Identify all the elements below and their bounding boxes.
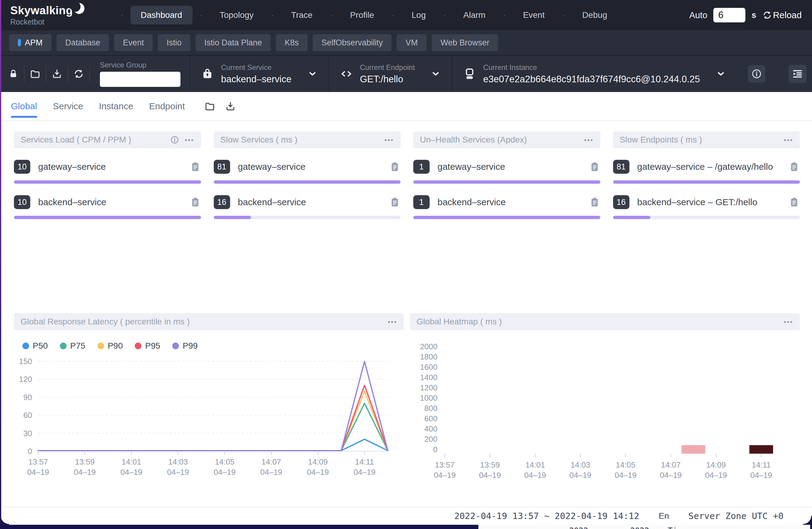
legend-item-p90[interactable]: P90 xyxy=(98,341,123,351)
copy-button[interactable] xyxy=(788,161,800,173)
svg-text:04–19: 04–19 xyxy=(27,468,49,476)
category-tab-event[interactable]: Event xyxy=(114,34,153,51)
nav-item-profile[interactable]: Profile xyxy=(340,6,384,25)
nav-item-dashboard[interactable]: Dashboard xyxy=(130,6,192,25)
list-item[interactable]: 81 gateway–service – /gateway/hello xyxy=(613,160,800,184)
lock-icon xyxy=(8,69,18,79)
progress-bar xyxy=(413,216,600,219)
legend-item-p75[interactable]: P75 xyxy=(60,341,85,351)
tab-service[interactable]: Service xyxy=(53,92,83,120)
indent-list-icon xyxy=(792,68,803,79)
list-item[interactable]: 1 gateway–service xyxy=(413,160,600,184)
refresh-button[interactable] xyxy=(71,66,87,82)
category-tab-istio[interactable]: Istio xyxy=(158,34,190,51)
import-template-button[interactable] xyxy=(27,66,43,82)
chart-legend: P50 P75 P90 P95 P99 xyxy=(23,341,404,351)
legend-label: P99 xyxy=(183,341,198,351)
info-button[interactable] xyxy=(748,65,765,83)
tab-endpoint[interactable]: Endpoint xyxy=(149,92,185,120)
service-name: gateway–service xyxy=(238,162,381,172)
list-item[interactable]: 10 backend–service xyxy=(14,195,201,219)
clipboard-icon xyxy=(589,161,600,173)
card-menu-button[interactable]: ••• xyxy=(784,137,793,143)
time-range-picker[interactable]: 2022-04-19 13:57 ~ 2022-04-19 14:12 xyxy=(454,511,639,521)
card-menu-button[interactable]: ••• xyxy=(584,137,593,143)
language-selector[interactable]: En xyxy=(658,511,669,521)
category-tab-apm[interactable]: APM xyxy=(9,34,52,51)
auto-interval-input[interactable] xyxy=(713,8,745,23)
list-item[interactable]: 16 backend–service xyxy=(214,195,401,219)
card-menu-button[interactable]: ••• xyxy=(388,319,397,325)
tab-instance[interactable]: Instance xyxy=(99,92,133,120)
reload-button[interactable]: Reload xyxy=(762,10,802,20)
copy-button[interactable] xyxy=(589,161,600,173)
list-item[interactable]: 81 gateway–service xyxy=(214,160,401,184)
list-item[interactable]: 1 backend–service xyxy=(413,195,600,219)
collapse-panel-button[interactable] xyxy=(788,65,807,83)
category-tab-selfobservability[interactable]: SelfObservability xyxy=(313,34,392,51)
divider xyxy=(68,65,68,82)
nav-item-trace[interactable]: Trace xyxy=(281,6,323,25)
card-menu-button[interactable]: ••• xyxy=(185,137,194,143)
card-menu-button[interactable]: ••• xyxy=(385,137,394,143)
category-tab-vm[interactable]: VM xyxy=(396,34,426,51)
nav-item-log[interactable]: Log xyxy=(402,6,436,25)
slow-services-card: Slow Services ( ms ) ••• 81 gateway–serv… xyxy=(214,131,401,305)
copy-button[interactable] xyxy=(190,161,201,173)
copy-button[interactable] xyxy=(589,196,600,208)
legend-item-p99[interactable]: P99 xyxy=(172,341,198,351)
export-template-button[interactable] xyxy=(49,66,65,82)
value-badge: 10 xyxy=(14,160,30,174)
chevron-down-icon[interactable] xyxy=(431,69,441,79)
svg-text:200: 200 xyxy=(424,435,437,444)
clipboard-icon xyxy=(190,161,201,173)
export-dashboard-button[interactable] xyxy=(225,101,236,112)
copy-button[interactable] xyxy=(389,196,401,208)
server-zone-selector[interactable]: Server Zone UTC +0 xyxy=(688,511,784,521)
card-menu-button[interactable]: ••• xyxy=(784,319,793,325)
card-title: Slow Endpoints ( ms ) xyxy=(620,135,784,145)
svg-text:13:59: 13:59 xyxy=(75,457,95,466)
svg-text:14:11: 14:11 xyxy=(752,460,771,469)
category-tab-label: APM xyxy=(25,38,43,47)
current-endpoint-selector[interactable]: Current Endpoint GET:/hello xyxy=(332,63,449,85)
copy-button[interactable] xyxy=(389,161,401,173)
category-tab-k8s[interactable]: K8s xyxy=(276,34,308,51)
copy-button[interactable] xyxy=(190,196,201,208)
tab-global[interactable]: Global xyxy=(11,92,37,120)
service-group-input[interactable] xyxy=(100,72,180,87)
card-title: Slow Services ( ms ) xyxy=(220,135,385,145)
metric-cards-row: Services Load ( CPM / PPM ) ••• 10 gatew… xyxy=(14,131,800,305)
svg-text:1200: 1200 xyxy=(420,383,437,392)
legend-item-p50[interactable]: P50 xyxy=(23,341,48,351)
svg-text:13:59: 13:59 xyxy=(480,460,500,469)
response-latency-card: Global Response Latency ( percentile in … xyxy=(14,313,404,491)
nav-item-alarm[interactable]: Alarm xyxy=(453,6,496,25)
copy-button[interactable] xyxy=(788,196,800,208)
legend-dot xyxy=(172,342,179,349)
chevron-down-icon[interactable] xyxy=(716,69,726,79)
category-tab-web-browser[interactable]: Web Browser xyxy=(432,34,498,51)
active-indicator-dot xyxy=(18,39,21,46)
current-service-selector[interactable]: Current Service backend–service xyxy=(193,63,325,85)
nav-item-topology[interactable]: Topology xyxy=(209,6,264,25)
svg-text:14:05: 14:05 xyxy=(215,457,234,466)
scope-tabs: Global Service Instance Endpoint xyxy=(0,92,812,121)
lock-button[interactable] xyxy=(5,66,21,82)
legend-item-p95[interactable]: P95 xyxy=(135,341,160,351)
list-item[interactable]: 16 backend–service – GET:/hello xyxy=(613,195,800,219)
current-instance-selector[interactable]: Current Instance e3e07e2a2b664e8c91fda37… xyxy=(455,63,734,85)
category-tab-istio-data-plane[interactable]: Istio Data Plane xyxy=(195,34,271,51)
import-dashboard-button[interactable] xyxy=(204,101,215,112)
legend-dot xyxy=(98,342,104,349)
category-tab-database[interactable]: Database xyxy=(57,34,109,51)
nav-item-debug[interactable]: Debug xyxy=(572,6,618,25)
current-service-label: Current Service xyxy=(221,63,292,72)
chevron-down-icon[interactable] xyxy=(307,69,318,79)
main-nav: Dashboard Topology Trace Profile Log Ala… xyxy=(114,6,618,25)
info-icon[interactable] xyxy=(170,135,179,144)
progress-bar xyxy=(613,216,800,219)
svg-text:13:57: 13:57 xyxy=(28,457,48,466)
nav-item-event[interactable]: Event xyxy=(512,6,555,25)
list-item[interactable]: 10 gateway–service xyxy=(14,160,201,184)
